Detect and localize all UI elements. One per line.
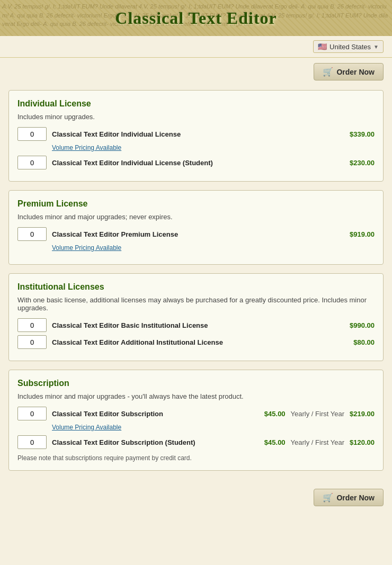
cart-icon-bottom: 🛒	[323, 492, 333, 503]
premium-license-price-1: $919.00	[350, 230, 375, 238]
institutional-license-qty-1[interactable]	[17, 318, 47, 332]
bottom-order-container: 🛒 Order Now	[0, 483, 392, 517]
individual-license-row-2: Classical Text Editor Individual License…	[17, 156, 375, 169]
subscription-yearly-label-2: Yearly / First Year	[291, 438, 344, 446]
cart-icon-top: 🛒	[323, 67, 333, 77]
subscription-row-1: Classical Text Editor Subscription $45.0…	[17, 407, 375, 420]
institutional-license-description: With one basic license, additional licen…	[17, 296, 375, 312]
subscription-row-2: Classical Text Editor Subscription (Stud…	[17, 435, 375, 449]
individual-license-description: Includes minor upgrades.	[17, 113, 375, 121]
individual-license-card: Individual License Includes minor upgrad…	[8, 90, 384, 182]
subscription-price-1: $45.00	[264, 410, 286, 418]
country-selector[interactable]: 🇺🇸 United States ▼	[313, 40, 384, 53]
premium-license-description: Includes minor and major upgrades; never…	[17, 213, 375, 221]
page-title: Classical Text Editor	[115, 8, 277, 28]
individual-license-price-1: $339.00	[350, 130, 375, 138]
institutional-license-qty-2[interactable]	[17, 335, 47, 349]
flag-icon: 🇺🇸	[318, 42, 327, 51]
subscription-title: Subscription	[17, 379, 375, 388]
subscription-volume-pricing-1[interactable]: Volume Pricing Available	[52, 424, 375, 431]
subscription-price-2: $45.00	[264, 438, 286, 446]
subscription-card: Subscription Includes minor and major up…	[8, 370, 384, 471]
institutional-license-price-1: $990.00	[350, 321, 375, 329]
main-content: Individual License Includes minor upgrad…	[0, 86, 392, 483]
premium-license-title: Premium License	[17, 199, 375, 209]
premium-license-volume-pricing-1[interactable]: Volume Pricing Available	[52, 244, 375, 252]
subscription-qty-2[interactable]	[17, 435, 47, 449]
top-bar: 🇺🇸 United States ▼	[0, 36, 392, 58]
subscription-description: Includes minor and major upgrades - you'…	[17, 392, 375, 400]
subscription-name-2: Classical Text Editor Subscription (Stud…	[52, 438, 259, 446]
subscription-note: Please note that subscriptions require p…	[17, 454, 375, 462]
subscription-yearly-price-2: $120.00	[350, 438, 375, 446]
chevron-down-icon: ▼	[373, 44, 379, 50]
institutional-license-title: Institutional Licenses	[17, 282, 375, 292]
individual-license-row-1: Classical Text Editor Individual License…	[17, 127, 375, 141]
header-banner: A.V. 25 tempus! g/. I; 1;tdaUIT EUM? Und…	[0, 0, 392, 36]
premium-license-name-1: Classical Text Editor Premium License	[52, 230, 344, 238]
individual-license-title: Individual License	[17, 99, 375, 109]
individual-license-volume-pricing-1[interactable]: Volume Pricing Available	[52, 144, 375, 151]
premium-license-qty-1[interactable]	[17, 227, 47, 241]
order-now-button-bottom[interactable]: 🛒 Order Now	[314, 489, 384, 506]
institutional-license-row-1: Classical Text Editor Basic Institutiona…	[17, 318, 375, 332]
individual-license-name-2: Classical Text Editor Individual License…	[52, 159, 344, 167]
subscription-yearly-price-1: $219.00	[350, 410, 375, 418]
order-btn-label-bottom: Order Now	[336, 494, 375, 502]
institutional-license-price-2: $80.00	[353, 338, 375, 346]
subscription-name-1: Classical Text Editor Subscription	[52, 410, 259, 418]
country-label: United States	[329, 43, 371, 51]
top-order-container: 🛒 Order Now	[0, 58, 392, 86]
individual-license-qty-2[interactable]	[17, 156, 47, 169]
premium-license-row-1: Classical Text Editor Premium License $9…	[17, 227, 375, 241]
subscription-qty-1[interactable]	[17, 407, 47, 420]
individual-license-qty-1[interactable]	[17, 127, 47, 141]
individual-license-name-1: Classical Text Editor Individual License	[52, 130, 344, 138]
order-now-button-top[interactable]: 🛒 Order Now	[314, 63, 384, 80]
premium-license-card: Premium License Includes minor and major…	[8, 190, 384, 265]
order-btn-label-top: Order Now	[336, 68, 375, 76]
institutional-license-name-2: Classical Text Editor Additional Institu…	[52, 338, 348, 346]
subscription-yearly-label-1: Yearly / First Year	[291, 410, 344, 418]
institutional-license-card: Institutional Licenses With one basic li…	[8, 273, 384, 361]
institutional-license-name-1: Classical Text Editor Basic Institutiona…	[52, 321, 344, 329]
individual-license-price-2: $230.00	[350, 159, 375, 167]
institutional-license-row-2: Classical Text Editor Additional Institu…	[17, 335, 375, 349]
